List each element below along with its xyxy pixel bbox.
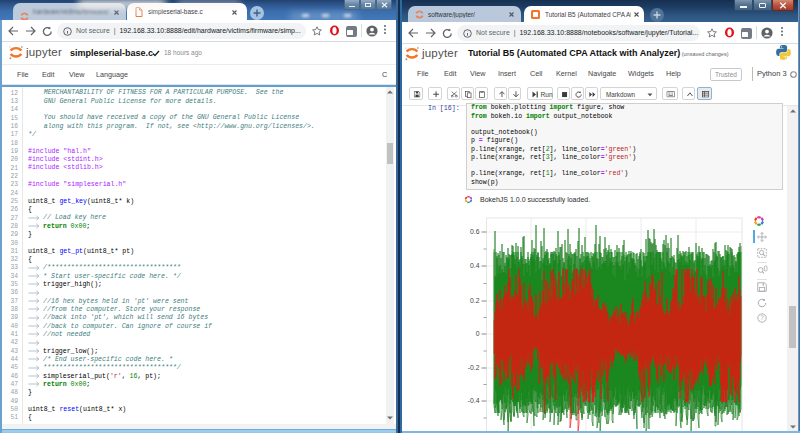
svg-text:?: ?: [760, 314, 764, 321]
svg-text:0.6: 0.6: [470, 228, 480, 235]
svg-text:-0.4: -0.4: [468, 397, 480, 404]
svg-text:0.2: 0.2: [470, 297, 480, 304]
svg-text:0: 0: [476, 330, 480, 337]
svg-text:0.4: 0.4: [470, 262, 480, 269]
svg-text:-0.2: -0.2: [468, 364, 480, 371]
